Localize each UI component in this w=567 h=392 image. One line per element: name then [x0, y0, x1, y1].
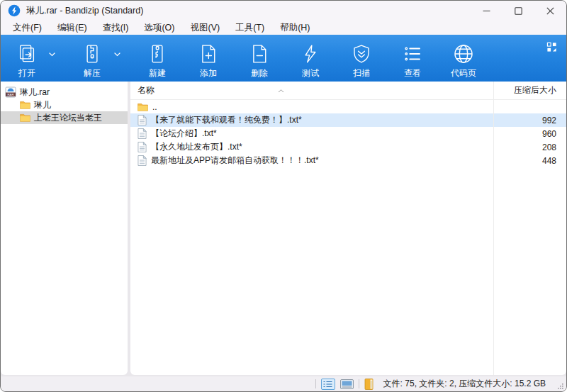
statusbar-divider: [315, 379, 316, 388]
toolbar-add-button[interactable]: 添加: [189, 38, 228, 80]
file-name: 最新地址及APP请发邮箱自动获取！！！.txt*: [151, 155, 319, 167]
resize-grip[interactable]: [556, 382, 563, 389]
archive-tree-sidebar: RAR 琳儿.rar 琳儿 上老王论坛当老王: [1, 82, 128, 375]
maximize-button[interactable]: [503, 1, 534, 21]
table-row-up[interactable]: ..: [130, 100, 566, 113]
table-row[interactable]: 【永久地址发布页】.txt* 208: [130, 140, 566, 154]
menu-edit[interactable]: 编辑(E): [51, 21, 94, 35]
toolbar-new-label: 新建: [149, 67, 166, 79]
toolbar-extract-button[interactable]: 解压: [73, 38, 111, 80]
archive-summary: 文件: 75, 文件夹: 2, 压缩文件大小: 15.2 GB: [383, 378, 546, 390]
book-icon: [364, 379, 374, 390]
statusbar-divider: [359, 379, 359, 388]
tree-item-label: 上老王论坛当老王: [34, 112, 102, 124]
extract-dropdown-button[interactable]: [108, 47, 125, 62]
svg-text:RAR: RAR: [8, 93, 14, 96]
file-list: 名称 压缩后大小 ..: [130, 82, 566, 375]
table-row[interactable]: 【来了就能下载和观看！纯免费！】.txt* 992: [130, 113, 566, 127]
menu-file[interactable]: 文件(F): [6, 21, 48, 35]
text-file-icon: [137, 128, 147, 139]
table-row[interactable]: 最新地址及APP请发邮箱自动获取！！！.txt* 448: [130, 154, 566, 167]
preview-pane-icon: [340, 379, 354, 389]
column-divider: [493, 82, 494, 375]
chevron-down-icon: [49, 52, 55, 57]
tree-item-folder-selected[interactable]: 上老王论坛当老王: [1, 111, 128, 124]
column-header-size[interactable]: 压缩后大小: [493, 84, 566, 96]
toolbar-test-label: 测试: [302, 67, 319, 79]
file-size: 960: [493, 129, 566, 139]
codepage-globe-icon: [452, 43, 475, 65]
toolbar-open-button[interactable]: 打开: [8, 38, 46, 80]
folder-icon: [20, 101, 30, 109]
tree-item-archive-root[interactable]: RAR 琳儿.rar: [1, 86, 128, 99]
toolbar-codepage-button[interactable]: 代码页: [444, 38, 483, 80]
preview-pane-button[interactable]: [340, 379, 354, 389]
menu-view[interactable]: 视图(V): [184, 21, 227, 35]
toolbar-open-label: 打开: [18, 67, 35, 79]
open-archive-icon: [16, 43, 38, 65]
toolbar: 打开 解压 新建: [1, 35, 566, 82]
toolbar-test-button[interactable]: 测试: [291, 38, 330, 80]
sort-ascending-icon: [278, 83, 284, 96]
add-file-icon: [198, 43, 219, 65]
file-name: 【论坛介绍】.txt*: [151, 128, 217, 140]
toolbar-scan-button[interactable]: 扫描: [342, 38, 381, 80]
text-file-icon: [137, 115, 147, 125]
toolbar-customize-button[interactable]: [542, 38, 561, 80]
window-controls: [471, 1, 566, 21]
test-lightning-icon: [300, 43, 321, 65]
details-view-icon: [323, 381, 332, 388]
file-size: 208: [493, 142, 566, 152]
window-title: 琳儿.rar - Bandizip (Standard): [26, 5, 143, 17]
tree-item-folder[interactable]: 琳儿: [1, 99, 128, 111]
archive-info-button[interactable]: [364, 379, 374, 390]
toolbar-delete-button[interactable]: 删除: [240, 38, 279, 80]
file-size: 992: [493, 116, 566, 125]
rar-archive-icon: RAR: [5, 86, 16, 98]
toolbar-new-button[interactable]: 新建: [138, 38, 176, 80]
bandizip-app-icon: [8, 4, 21, 17]
tree-item-label: 琳儿.rar: [20, 86, 50, 99]
toolbar-codepage-label: 代码页: [451, 67, 476, 79]
toolbar-add-label: 添加: [200, 67, 217, 79]
customize-grid-icon: [546, 42, 557, 52]
menu-tools[interactable]: 工具(T): [229, 21, 271, 35]
folder-icon: [20, 113, 30, 122]
file-name: 【来了就能下载和观看！纯免费！】.txt*: [151, 114, 302, 126]
toolbar-view-label: 查看: [404, 67, 421, 79]
file-name: 【永久地址发布页】.txt*: [151, 141, 242, 153]
folder-icon: [137, 103, 148, 111]
details-view-button[interactable]: [321, 379, 335, 390]
text-file-icon: [137, 155, 147, 166]
file-name: ..: [152, 102, 157, 112]
close-button[interactable]: [534, 1, 566, 21]
file-list-header: 名称 压缩后大小: [130, 82, 566, 100]
minimize-button[interactable]: [471, 1, 503, 21]
chevron-down-icon: [114, 52, 120, 57]
content-area: RAR 琳儿.rar 琳儿 上老王论坛当老王: [1, 82, 566, 376]
menu-options[interactable]: 选项(O): [137, 21, 181, 35]
bandizip-window: 琳儿.rar - Bandizip (Standard) 文件(F) 编辑(E)…: [0, 0, 567, 392]
titlebar: 琳儿.rar - Bandizip (Standard): [1, 1, 566, 21]
menu-find[interactable]: 查找(I): [96, 21, 135, 35]
tree-item-label: 琳儿: [34, 99, 51, 111]
text-file-icon: [137, 142, 147, 152]
toolbar-view-button[interactable]: 查看: [393, 38, 432, 80]
file-size: 448: [493, 156, 566, 166]
delete-file-icon: [249, 43, 270, 65]
toolbar-scan-label: 扫描: [353, 67, 370, 79]
extract-icon: [82, 43, 103, 65]
menubar: 文件(F) 编辑(E) 查找(I) 选项(O) 视图(V) 工具(T) 帮助(H…: [1, 21, 566, 35]
table-row[interactable]: 【论坛介绍】.txt* 960: [130, 127, 566, 140]
toolbar-delete-label: 删除: [251, 67, 268, 79]
open-dropdown-button[interactable]: [43, 47, 60, 62]
menu-help[interactable]: 帮助(H): [274, 21, 316, 35]
statusbar: 文件: 75, 文件夹: 2, 压缩文件大小: 15.2 GB: [1, 376, 566, 391]
new-archive-icon: [147, 43, 168, 65]
scan-shield-icon: [351, 43, 372, 65]
close-icon: [546, 7, 554, 15]
minimize-icon: [483, 7, 490, 15]
view-list-icon: [402, 43, 423, 65]
maximize-icon: [515, 7, 522, 15]
column-header-name[interactable]: 名称: [130, 84, 493, 96]
